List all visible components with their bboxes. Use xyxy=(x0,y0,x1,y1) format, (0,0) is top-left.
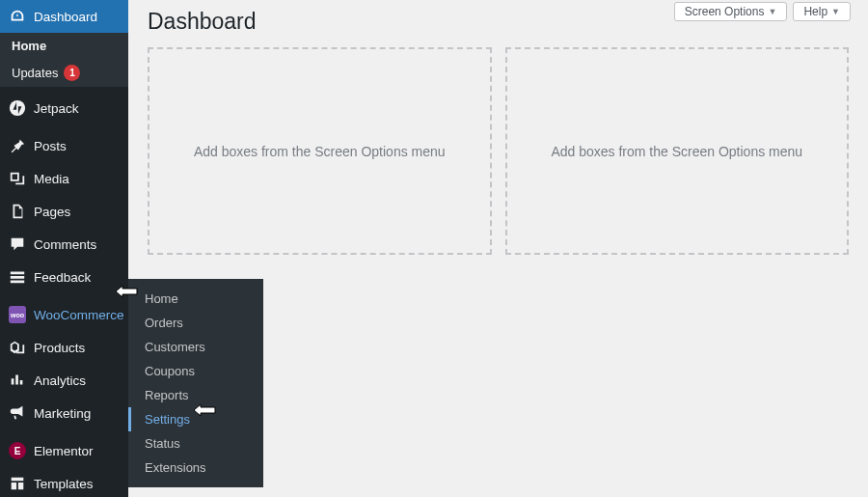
flyout-item-label: Orders xyxy=(145,316,183,330)
screen-options-button[interactable]: Screen Options ▼ xyxy=(674,2,788,21)
sidebar-item-dashboard[interactable]: Dashboard xyxy=(0,0,128,33)
flyout-item-status[interactable]: Status xyxy=(128,431,263,456)
media-icon xyxy=(8,169,27,188)
elementor-icon: E xyxy=(8,441,27,460)
templates-icon xyxy=(8,474,27,493)
sidebar-item-pages[interactable]: Pages xyxy=(0,195,128,228)
sidebar-item-marketing[interactable]: Marketing xyxy=(0,397,128,429)
sidebar-item-label: Jetpack xyxy=(34,101,79,116)
flyout-item-label: Coupons xyxy=(145,364,195,378)
updates-count-badge: 1 xyxy=(64,65,80,81)
screen-options-label: Screen Options xyxy=(685,5,765,18)
flyout-item-extensions[interactable]: Extensions xyxy=(128,456,263,480)
dashboard-icon xyxy=(8,7,27,26)
help-button[interactable]: Help ▼ xyxy=(793,2,851,21)
sidebar-item-templates[interactable]: Templates xyxy=(0,467,128,497)
sidebar-item-label: Marketing xyxy=(34,406,91,421)
flyout-item-label: Home xyxy=(145,291,178,306)
sidebar-item-elementor[interactable]: E Elementor xyxy=(0,434,128,467)
sidebar-item-media[interactable]: Media xyxy=(0,162,128,195)
annotation-arrow-woocommerce xyxy=(115,285,138,301)
woocommerce-icon: woo xyxy=(8,305,27,324)
analytics-icon xyxy=(8,371,27,390)
flyout-item-label: Settings xyxy=(145,412,190,427)
flyout-item-customers[interactable]: Customers xyxy=(128,335,263,359)
dashboard-widgets-wrap: Add boxes from the Screen Options menu A… xyxy=(148,47,849,255)
help-label: Help xyxy=(803,5,827,18)
sidebar-subitem-label: Home xyxy=(12,39,46,53)
sidebar-item-analytics[interactable]: Analytics xyxy=(0,364,128,397)
flyout-item-coupons[interactable]: Coupons xyxy=(128,359,263,383)
flyout-item-label: Reports xyxy=(145,388,189,402)
dashboard-dropzone-left[interactable]: Add boxes from the Screen Options menu xyxy=(148,47,492,255)
svg-point-0 xyxy=(10,100,25,116)
sidebar-subitem-label: Updates xyxy=(12,66,58,80)
sidebar-item-label: Dashboard xyxy=(34,10,97,24)
sidebar-item-label: Elementor xyxy=(34,444,94,458)
sidebar-subitem-home[interactable]: Home xyxy=(0,33,128,59)
comments-icon xyxy=(8,235,27,254)
sidebar-item-label: Pages xyxy=(34,205,70,219)
flyout-item-orders[interactable]: Orders xyxy=(128,311,263,335)
megaphone-icon xyxy=(8,403,27,423)
sidebar-item-label: Products xyxy=(34,341,85,355)
caret-down-icon: ▼ xyxy=(768,7,776,16)
sidebar-subitem-updates[interactable]: Updates 1 xyxy=(0,59,128,87)
flyout-item-home[interactable]: Home xyxy=(128,287,263,311)
sidebar-item-label: Posts xyxy=(34,139,67,153)
dashboard-dropzone-right[interactable]: Add boxes from the Screen Options menu xyxy=(505,47,850,255)
flyout-item-label: Extensions xyxy=(145,460,206,475)
sidebar-item-label: Templates xyxy=(34,477,94,491)
sidebar-item-label: WooCommerce xyxy=(34,308,124,322)
feedback-icon xyxy=(8,267,27,287)
annotation-arrow-settings xyxy=(193,403,216,420)
sidebar-item-label: Comments xyxy=(34,237,96,252)
dropzone-placeholder-text: Add boxes from the Screen Options menu xyxy=(194,144,446,159)
caret-down-icon: ▼ xyxy=(831,7,840,16)
sidebar-item-label: Analytics xyxy=(34,373,86,388)
products-icon xyxy=(8,338,27,357)
pages-icon xyxy=(8,202,27,221)
flyout-item-label: Status xyxy=(145,436,180,451)
sidebar-item-label: Media xyxy=(34,172,69,186)
sidebar-item-feedback[interactable]: Feedback xyxy=(0,261,128,293)
sidebar-item-comments[interactable]: Comments xyxy=(0,228,128,261)
pushpin-icon xyxy=(8,136,27,155)
woocommerce-flyout: Home Orders Customers Coupons Reports Se… xyxy=(128,279,263,487)
sidebar-item-jetpack[interactable]: Jetpack xyxy=(0,92,128,124)
flyout-item-label: Customers xyxy=(145,340,205,354)
dropzone-placeholder-text: Add boxes from the Screen Options menu xyxy=(551,144,802,159)
sidebar-item-products[interactable]: Products xyxy=(0,331,128,364)
jetpack-icon xyxy=(8,98,27,118)
sidebar-item-label: Feedback xyxy=(34,270,91,285)
sidebar-item-woocommerce[interactable]: woo WooCommerce xyxy=(0,298,128,331)
sidebar-item-posts[interactable]: Posts xyxy=(0,129,128,162)
